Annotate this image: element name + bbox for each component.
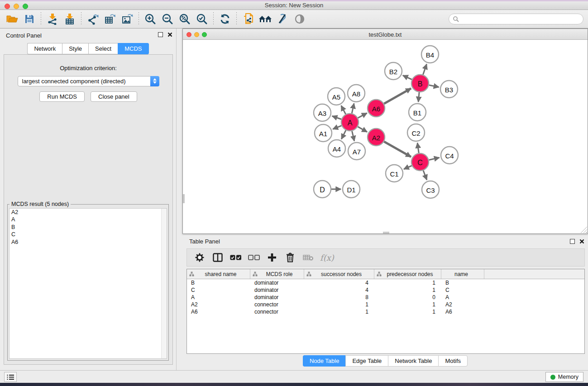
node-C[interactable]: C — [411, 153, 429, 171]
close-panel-button[interactable]: Close panel — [91, 91, 137, 102]
table-cell[interactable]: A2 — [187, 301, 250, 308]
table-row[interactable]: Bdominator41B — [187, 279, 584, 286]
node-B1[interactable]: B1 — [409, 104, 426, 121]
table-cell[interactable]: 8 — [304, 294, 374, 300]
tab-network[interactable]: Network — [27, 43, 62, 54]
edge-B-B4[interactable] — [423, 64, 427, 75]
node-B4[interactable]: B4 — [421, 46, 439, 63]
table-cell[interactable]: A — [187, 294, 250, 300]
table-row[interactable]: Cdominator41C — [187, 286, 584, 294]
table-cell[interactable]: dominator — [250, 287, 304, 293]
close-panel-icon[interactable] — [167, 32, 172, 37]
table-cell[interactable]: 1 — [304, 301, 374, 308]
mcds-result-item[interactable]: A2 — [10, 209, 167, 216]
apply-layout-button[interactable] — [216, 11, 234, 27]
edge-A-A3[interactable] — [332, 116, 341, 119]
tab-mcds[interactable]: MCDS — [118, 43, 148, 54]
node-C3[interactable]: C3 — [422, 181, 439, 198]
column-header[interactable]: successor nodes — [304, 269, 374, 279]
network-canvas[interactable]: AA1A2A3A4A5A6A7A8BB1B2B3B4CC1C2C3C4DD1 — [183, 40, 588, 234]
table-settings-button[interactable] — [191, 250, 208, 265]
network-window-titlebar[interactable]: testGlobe.txt — [183, 29, 588, 40]
search-input[interactable] — [459, 14, 583, 24]
column-header[interactable]: predecessor nodes — [374, 269, 441, 279]
import-network-button[interactable] — [44, 11, 61, 27]
mcds-result-item[interactable]: B — [10, 224, 167, 231]
table-cell[interactable]: 1 — [304, 309, 374, 315]
delete-row-button[interactable] — [282, 250, 298, 265]
edge-C-C2[interactable] — [417, 143, 419, 153]
column-header[interactable]: MCDS role — [250, 269, 304, 279]
node-B3[interactable]: B3 — [440, 81, 458, 98]
split-panel-button[interactable] — [210, 250, 226, 265]
node-A4[interactable]: A4 — [328, 140, 345, 157]
select-all-button[interactable] — [228, 250, 244, 265]
export-image-button[interactable] — [119, 11, 136, 27]
node-A5[interactable]: A5 — [328, 88, 345, 105]
export-network-button[interactable] — [84, 11, 101, 27]
mcds-result-item[interactable]: C — [10, 231, 167, 239]
table-cell[interactable]: A — [441, 294, 484, 300]
table-cell[interactable]: A2 — [441, 301, 484, 308]
table-cell[interactable]: B — [441, 280, 484, 286]
node-A2[interactable]: A2 — [368, 129, 385, 146]
table-cell[interactable]: A6 — [187, 309, 250, 315]
edge-A-A6[interactable] — [358, 113, 367, 118]
table-cell[interactable]: dominator — [250, 280, 304, 286]
edge-A-A7[interactable] — [352, 131, 354, 141]
node-C1[interactable]: C1 — [386, 165, 403, 182]
node-A3[interactable]: A3 — [314, 104, 331, 121]
node-A1[interactable]: A1 — [315, 124, 332, 142]
edge-C-C4[interactable] — [429, 157, 439, 160]
edge-A6-B[interactable] — [384, 88, 411, 104]
tab-select[interactable]: Select — [88, 43, 118, 54]
zoom-in-button[interactable] — [142, 11, 159, 27]
table-row[interactable]: Adominator80A — [187, 294, 584, 301]
tab-style[interactable]: Style — [62, 43, 88, 54]
edge-A-A8[interactable] — [352, 103, 354, 113]
edge-B-B3[interactable] — [429, 85, 439, 87]
table-cell[interactable]: 1 — [374, 280, 441, 286]
table-cell[interactable]: dominator — [250, 294, 304, 300]
edge-B-B1[interactable] — [418, 92, 419, 102]
node-A7[interactable]: A7 — [348, 143, 365, 160]
export-table-button[interactable] — [101, 11, 119, 27]
delete-table-button[interactable] — [300, 250, 316, 265]
zoom-selected-button[interactable] — [193, 11, 210, 27]
criterion-dropdown[interactable]: largest connected component (directed) — [18, 76, 159, 86]
show-graphics-details-button[interactable] — [291, 11, 308, 27]
table-cell[interactable]: 1 — [374, 301, 441, 308]
hide-annotations-button[interactable] — [274, 11, 291, 27]
memory-button[interactable]: Memory — [545, 372, 583, 382]
table-cell[interactable]: connector — [250, 301, 304, 308]
edge-A-A4[interactable] — [341, 130, 346, 139]
tab-node-table[interactable]: Node Table — [303, 355, 346, 367]
tab-edge-table[interactable]: Edge Table — [345, 355, 388, 367]
edge-C-C1[interactable] — [404, 166, 412, 169]
tab-motifs[interactable]: Motifs — [438, 355, 468, 367]
table-cell[interactable]: 0 — [374, 294, 441, 300]
float-table-panel-icon[interactable] — [570, 239, 575, 244]
tab-network-table[interactable]: Network Table — [388, 355, 438, 367]
table-cell[interactable]: B — [187, 280, 250, 286]
deselect-all-button[interactable] — [246, 250, 262, 265]
edge-A-A5[interactable] — [341, 105, 346, 114]
run-mcds-button[interactable]: Run MCDS — [39, 91, 85, 102]
canvas-hscroll-thumb[interactable] — [383, 232, 389, 234]
edge-A-A2[interactable] — [358, 127, 367, 132]
table-cell[interactable]: 1 — [374, 309, 441, 315]
column-header[interactable]: name — [441, 269, 484, 279]
result-list-scrollbar[interactable] — [161, 209, 167, 358]
table-cell[interactable]: 4 — [304, 280, 374, 286]
save-session-button[interactable] — [21, 11, 38, 27]
edge-B-B2[interactable] — [403, 76, 412, 80]
node-A8[interactable]: A8 — [348, 85, 365, 102]
node-C2[interactable]: C2 — [407, 124, 425, 141]
table-cell[interactable]: A6 — [441, 309, 484, 315]
network-overview-button[interactable] — [239, 11, 257, 27]
mcds-result-item[interactable]: A — [10, 216, 167, 224]
table-cell[interactable]: connector — [250, 309, 304, 315]
node-B[interactable]: B — [411, 75, 429, 92]
table-cell[interactable]: C — [441, 287, 484, 293]
function-builder-button[interactable]: f(x) — [320, 253, 334, 262]
